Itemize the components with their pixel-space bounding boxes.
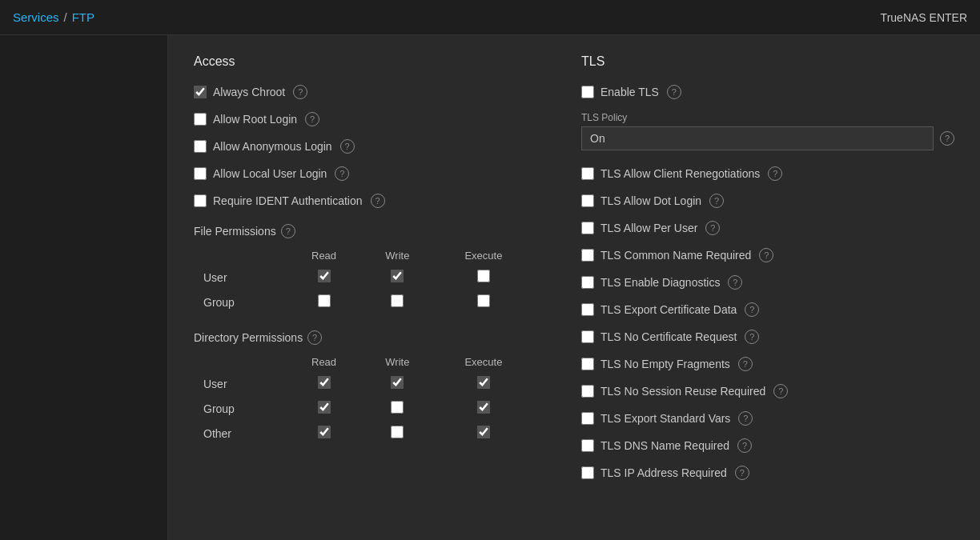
dir-perm-read-checkbox[interactable]: [318, 376, 331, 389]
tls-option-row: TLS Export Standard Vars ?: [581, 411, 954, 426]
tls-option-help-icon[interactable]: ?: [738, 411, 753, 426]
dir-perm-execute-checkbox[interactable]: [477, 376, 490, 389]
tls-option-checkbox[interactable]: [581, 385, 594, 398]
always-chroot-label[interactable]: Always Chroot: [194, 86, 285, 98]
require-ident-auth-checkbox[interactable]: [194, 194, 207, 207]
allow-anon-login-label[interactable]: Allow Anonymous Login: [194, 140, 332, 153]
dir-perm-read-cell[interactable]: [287, 371, 361, 396]
tls-option-help-icon[interactable]: ?: [759, 248, 773, 262]
tls-option-help-icon[interactable]: ?: [735, 466, 749, 480]
tls-option-checkbox[interactable]: [581, 249, 594, 262]
dir-perm-execute-cell[interactable]: [434, 371, 533, 396]
tls-option-help-icon[interactable]: ?: [745, 302, 759, 317]
tls-option-label[interactable]: TLS No Certificate Request: [581, 330, 737, 343]
allow-root-login-text: Allow Root Login: [213, 113, 297, 126]
tls-option-text: TLS Allow Dot Login: [600, 194, 701, 207]
allow-local-user-login-checkbox[interactable]: [194, 167, 207, 180]
directory-permissions-help-icon[interactable]: ?: [307, 330, 322, 345]
dir-perm-execute-cell[interactable]: [434, 421, 533, 446]
tls-option-label[interactable]: TLS No Session Reuse Required: [581, 385, 765, 398]
always-chroot-checkbox[interactable]: [194, 86, 207, 98]
dir-perm-execute-checkbox[interactable]: [477, 401, 490, 414]
tls-option-label[interactable]: TLS Enable Diagnostics: [581, 276, 720, 289]
tls-option-checkbox[interactable]: [581, 303, 594, 316]
file-perm-col-read: Read: [287, 246, 361, 265]
tls-option-label[interactable]: TLS Allow Dot Login: [581, 194, 701, 207]
dir-perm-read-cell[interactable]: [287, 396, 361, 421]
tls-option-label[interactable]: TLS No Empty Fragments: [581, 358, 730, 370]
file-permissions-label: File Permissions ?: [194, 224, 533, 238]
tls-option-help-icon[interactable]: ?: [709, 194, 724, 208]
file-perm-write-checkbox[interactable]: [391, 294, 404, 307]
tls-option-label[interactable]: TLS IP Address Required: [581, 466, 727, 479]
tls-option-label[interactable]: TLS DNS Name Required: [581, 439, 729, 452]
header: Services / FTP TrueNAS ENTER: [0, 0, 980, 35]
allow-anon-login-checkbox[interactable]: [194, 140, 207, 153]
always-chroot-help-icon[interactable]: ?: [293, 85, 307, 99]
allow-root-login-label[interactable]: Allow Root Login: [194, 113, 297, 126]
file-perm-execute-checkbox[interactable]: [477, 270, 490, 282]
dir-perm-read-checkbox[interactable]: [318, 426, 331, 438]
file-perm-read-checkbox[interactable]: [318, 270, 331, 282]
require-ident-auth-help-icon[interactable]: ?: [371, 194, 385, 208]
dir-perm-write-cell[interactable]: [361, 421, 434, 446]
tls-option-help-icon[interactable]: ?: [737, 438, 752, 453]
file-perm-write-cell[interactable]: [361, 290, 434, 314]
allow-anon-login-help-icon[interactable]: ?: [340, 139, 355, 154]
tls-option-help-icon[interactable]: ?: [768, 166, 782, 181]
breadcrumb-services[interactable]: Services: [13, 10, 59, 24]
tls-option-checkbox[interactable]: [581, 194, 594, 207]
dir-perm-write-checkbox[interactable]: [391, 401, 404, 414]
require-ident-auth-label[interactable]: Require IDENT Authentication: [194, 194, 363, 207]
enable-tls-help-icon[interactable]: ?: [667, 85, 681, 99]
tls-option-help-icon[interactable]: ?: [773, 384, 788, 398]
file-perm-write-cell[interactable]: [361, 265, 434, 290]
file-permissions-help-icon[interactable]: ?: [281, 224, 295, 238]
tls-option-help-icon[interactable]: ?: [705, 221, 720, 235]
tls-option-row: TLS No Session Reuse Required ?: [581, 384, 954, 398]
tls-option-label[interactable]: TLS Common Name Required: [581, 249, 751, 262]
file-perm-execute-cell[interactable]: [434, 290, 533, 314]
dir-perm-execute-checkbox[interactable]: [477, 426, 490, 438]
file-perm-row: Group: [194, 290, 533, 314]
dir-perm-execute-cell[interactable]: [434, 396, 533, 421]
tls-option-checkbox[interactable]: [581, 466, 594, 479]
dir-perm-row-name: User: [194, 371, 287, 396]
tls-option-help-icon[interactable]: ?: [745, 330, 759, 344]
tls-policy-help-icon[interactable]: ?: [940, 131, 954, 146]
file-perm-write-checkbox[interactable]: [391, 270, 404, 282]
tls-option-label[interactable]: TLS Allow Client Renegotiations: [581, 167, 760, 180]
allow-root-login-checkbox[interactable]: [194, 113, 207, 126]
tls-option-label[interactable]: TLS Export Certificate Data: [581, 303, 737, 316]
dir-perm-read-cell[interactable]: [287, 421, 361, 446]
tls-option-checkbox[interactable]: [581, 412, 594, 425]
enable-tls-label[interactable]: Enable TLS: [581, 86, 659, 98]
tls-option-label[interactable]: TLS Allow Per User: [581, 222, 697, 234]
dir-perm-row: User: [194, 371, 533, 396]
allow-local-user-login-label[interactable]: Allow Local User Login: [194, 167, 327, 180]
dir-perm-write-cell[interactable]: [361, 371, 434, 396]
tls-option-row: TLS DNS Name Required ?: [581, 438, 954, 453]
tls-option-help-icon[interactable]: ?: [738, 357, 753, 371]
tls-option-checkbox[interactable]: [581, 276, 594, 289]
dir-perm-write-checkbox[interactable]: [391, 426, 404, 438]
tls-option-checkbox[interactable]: [581, 330, 594, 343]
dir-perm-write-cell[interactable]: [361, 396, 434, 421]
tls-policy-select[interactable]: OnOffDataAUTH TLSCtrlCtrl+DataCtrl+AUTH …: [581, 126, 934, 150]
file-perm-read-cell[interactable]: [287, 265, 361, 290]
dir-perm-read-checkbox[interactable]: [318, 401, 331, 414]
tls-option-checkbox[interactable]: [581, 439, 594, 452]
file-perm-read-checkbox[interactable]: [318, 294, 331, 307]
file-perm-execute-cell[interactable]: [434, 265, 533, 290]
enable-tls-checkbox[interactable]: [581, 86, 594, 98]
allow-local-user-login-help-icon[interactable]: ?: [335, 166, 349, 181]
tls-option-checkbox[interactable]: [581, 222, 594, 234]
tls-option-label[interactable]: TLS Export Standard Vars: [581, 412, 730, 425]
tls-option-checkbox[interactable]: [581, 358, 594, 370]
tls-option-help-icon[interactable]: ?: [728, 275, 742, 290]
dir-perm-write-checkbox[interactable]: [391, 376, 404, 389]
tls-option-checkbox[interactable]: [581, 167, 594, 180]
file-perm-execute-checkbox[interactable]: [477, 294, 490, 307]
allow-root-login-help-icon[interactable]: ?: [305, 112, 319, 126]
file-perm-read-cell[interactable]: [287, 290, 361, 314]
